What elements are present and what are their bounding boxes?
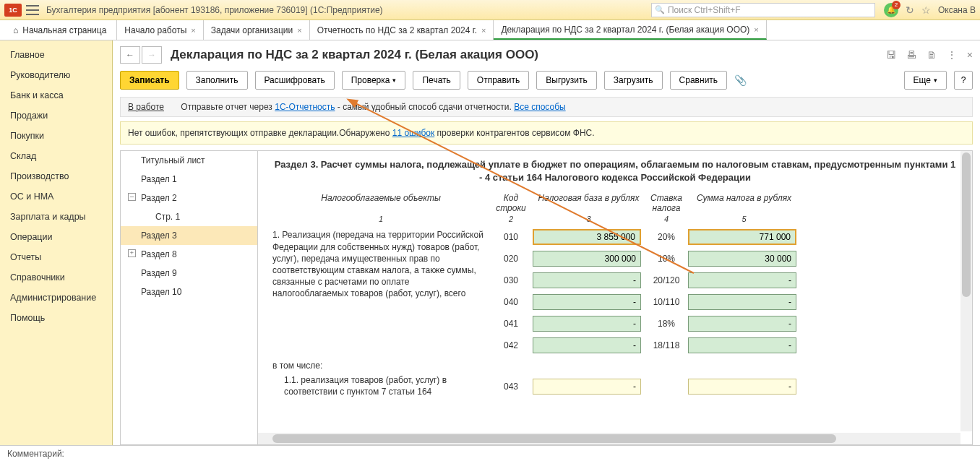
user-name[interactable]: Оксана В <box>938 5 976 15</box>
upload-button[interactable]: Выгрузить <box>536 71 597 90</box>
global-search[interactable]: Поиск Ctrl+Shift+F <box>651 3 875 17</box>
expand-icon[interactable]: + <box>128 249 136 257</box>
sidebar-item[interactable]: Зарплата и кадры <box>0 207 112 227</box>
sidebar-item[interactable]: Продажи <box>0 105 112 126</box>
link-all-ways[interactable]: Все способы <box>514 102 566 112</box>
tab-tasks[interactable]: Задачи организации× <box>204 20 310 40</box>
scrollbar-horizontal[interactable] <box>258 433 960 444</box>
sidebar-item[interactable]: Склад <box>0 146 112 166</box>
chevron-down-icon: ▾ <box>392 77 396 84</box>
row-code: 010 <box>489 232 533 242</box>
save-icon[interactable]: 🖫 <box>886 49 896 61</box>
rate-cell: 20/120 <box>645 275 688 285</box>
tax-input[interactable] <box>688 272 796 288</box>
nav-back[interactable]: ← <box>120 46 140 64</box>
expand-icon[interactable]: – <box>128 193 136 201</box>
history-icon[interactable]: ↻ <box>906 4 914 16</box>
page-title: Декларация по НДС за 2 квартал 2024 г. (… <box>171 48 538 62</box>
home-icon: ⌂ <box>13 25 18 35</box>
base-input[interactable] <box>533 379 641 395</box>
rate-cell: 20% <box>645 232 688 242</box>
warning-strip: Нет ошибок, препятствующих отправке декл… <box>120 121 973 145</box>
base-input[interactable] <box>533 337 641 353</box>
status-strip: В работе Отправьте отчет через 1С-Отчетн… <box>120 97 973 117</box>
sidebar: Главное Руководителю Банк и касса Продаж… <box>0 40 113 445</box>
close-icon[interactable]: × <box>297 26 301 35</box>
row-description: 1.1. реализация товаров (работ, услуг) в… <box>272 375 489 397</box>
tax-input[interactable] <box>688 316 796 332</box>
preview-icon[interactable]: 🗎 <box>927 49 937 61</box>
send-button[interactable]: Отправить <box>468 71 530 90</box>
row-code: 020 <box>489 254 533 264</box>
tree-item[interactable]: Титульный лист <box>121 151 257 170</box>
tax-input[interactable] <box>688 229 796 245</box>
check-button[interactable]: Проверка▾ <box>342 71 406 90</box>
search-placeholder: Поиск Ctrl+Shift+F <box>668 5 741 15</box>
sidebar-item[interactable]: Производство <box>0 166 112 186</box>
home-tab[interactable]: ⌂ Начальная страница <box>3 20 117 40</box>
form-area: Раздел 3. Расчет суммы налога, подлежаще… <box>258 151 972 444</box>
tab-nds-report[interactable]: Отчетность по НДС за 2 квартал 2024 г.× <box>310 20 494 40</box>
row-code: 040 <box>489 297 533 307</box>
status-title[interactable]: В работе <box>128 102 164 112</box>
compare-button[interactable]: Сравнить <box>670 71 727 90</box>
base-input[interactable] <box>533 229 641 245</box>
menu-icon[interactable] <box>26 5 39 15</box>
close-icon[interactable]: × <box>481 26 486 35</box>
tree-item[interactable]: Раздел 1 <box>121 170 257 189</box>
base-input[interactable] <box>533 294 641 310</box>
tax-input[interactable] <box>688 379 796 395</box>
write-button[interactable]: Записать <box>120 71 179 90</box>
row-code: 030 <box>489 275 533 285</box>
including-label: в том числе: <box>272 361 958 371</box>
sidebar-item[interactable]: Администрирование <box>0 288 112 308</box>
sidebar-item[interactable]: Главное <box>0 45 112 65</box>
sidebar-item[interactable]: ОС и НМА <box>0 186 112 207</box>
sidebar-item[interactable]: Отчеты <box>0 247 112 267</box>
sidebar-item[interactable]: Помощь <box>0 308 112 328</box>
print-icon[interactable]: 🖶 <box>906 49 916 61</box>
notifications-icon[interactable]: 2 <box>884 3 898 17</box>
fill-button[interactable]: Заполнить <box>186 71 248 90</box>
tax-input[interactable] <box>688 294 796 310</box>
tree-item[interactable]: –Раздел 2 <box>121 189 257 207</box>
tree-item[interactable]: +Раздел 8 <box>121 245 257 264</box>
tree-item[interactable]: Стр. 1 <box>121 207 257 226</box>
chevron-down-icon: ▾ <box>934 77 937 84</box>
download-button[interactable]: Загрузить <box>604 71 663 90</box>
scrollbar-vertical[interactable] <box>960 151 972 431</box>
print-button[interactable]: Печать <box>413 71 460 90</box>
attach-icon[interactable]: 📎 <box>734 74 747 86</box>
help-button[interactable]: ? <box>954 71 973 90</box>
tax-input[interactable] <box>688 251 796 267</box>
section-title: Раздел 3. Расчет суммы налога, подлежаще… <box>272 158 958 184</box>
rate-cell: 10% <box>645 254 688 264</box>
more-button[interactable]: Еще▾ <box>904 71 947 90</box>
tab-declaration[interactable]: Декларация по НДС за 2 квартал 2024 г. (… <box>494 20 766 40</box>
sidebar-item[interactable]: Банк и касса <box>0 85 112 105</box>
nav-forward[interactable]: → <box>142 46 162 64</box>
close-icon[interactable]: × <box>754 25 758 34</box>
favorite-icon[interactable]: ☆ <box>921 4 931 16</box>
tree-item[interactable]: Раздел 9 <box>121 264 257 283</box>
base-input[interactable] <box>533 272 641 288</box>
base-input[interactable] <box>533 251 641 267</box>
link-1c-report[interactable]: 1С-Отчетность <box>275 102 335 112</box>
rate-cell: 18/118 <box>645 340 688 350</box>
close-icon[interactable]: × <box>967 49 973 61</box>
row-code: 041 <box>489 319 533 329</box>
base-input[interactable] <box>533 316 641 332</box>
sidebar-item[interactable]: Справочники <box>0 267 112 288</box>
more-icon[interactable]: ⋮ <box>947 49 957 61</box>
errors-link[interactable]: 11 ошибок <box>392 128 434 138</box>
sidebar-item[interactable]: Руководителю <box>0 65 112 85</box>
sidebar-item[interactable]: Покупки <box>0 126 112 146</box>
tax-input[interactable] <box>688 337 796 353</box>
sidebar-item[interactable]: Операции <box>0 227 112 247</box>
close-icon[interactable]: × <box>191 26 195 35</box>
decode-button[interactable]: Расшифровать <box>255 71 335 90</box>
row-code: 042 <box>489 340 533 350</box>
tree-item[interactable]: Раздел 3 <box>121 226 257 245</box>
tab-start[interactable]: Начало работы× <box>117 20 203 40</box>
tree-item[interactable]: Раздел 10 <box>121 283 257 301</box>
